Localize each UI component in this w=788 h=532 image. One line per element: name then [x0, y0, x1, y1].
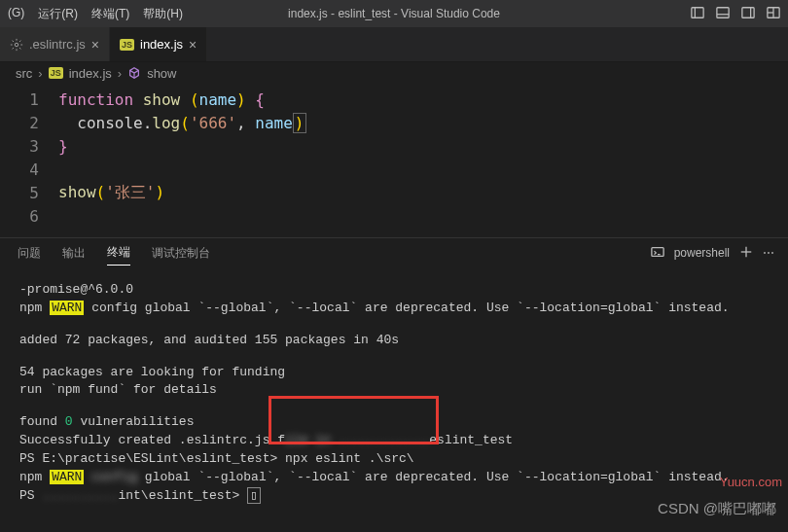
terminal[interactable]: -promise@^6.0.0 npm WARN config global `…: [0, 267, 788, 518]
js-icon: JS: [120, 39, 134, 51]
breadcrumb[interactable]: src › JS index.js › show: [0, 62, 788, 84]
breadcrumb-segment[interactable]: src: [16, 66, 32, 81]
menu-run[interactable]: 运行(R): [38, 6, 78, 22]
tab-eslintrc[interactable]: .eslintrc.js ×: [0, 27, 110, 61]
terminal-line: run `npm fund` for details: [19, 381, 769, 400]
window-title: index.js - eslint_test - Visual Studio C…: [288, 7, 500, 20]
terminal-line: found 0 vulnerabilities: [19, 413, 769, 432]
editor[interactable]: 1function show (name) { 2 console.log('6…: [0, 84, 788, 237]
breadcrumb-segment[interactable]: index.js: [69, 66, 112, 81]
line-number: 2: [0, 114, 58, 132]
tab-debug-console[interactable]: 调试控制台: [152, 241, 210, 266]
terminal-line: 54 packages are looking for funding: [19, 364, 769, 382]
svg-rect-2: [717, 7, 729, 18]
terminal-line: PS ..........int\eslint_test> ▯: [19, 487, 769, 506]
tab-terminal[interactable]: 终端: [107, 240, 130, 266]
menu-help[interactable]: 帮助(H): [143, 6, 183, 22]
method-icon: [127, 66, 141, 80]
menu-bar: (G) 运行(R) 终端(T) 帮助(H): [8, 6, 183, 22]
tab-label: index.js: [140, 37, 183, 52]
shell-label[interactable]: powershell: [674, 246, 730, 260]
tab-indexjs[interactable]: JS index.js ×: [110, 27, 207, 61]
layout-icon[interactable]: [767, 6, 780, 22]
tab-problems[interactable]: 问题: [18, 241, 41, 266]
line-number: 5: [0, 184, 58, 202]
chevron-right-icon: ›: [118, 66, 122, 81]
layout-panel-right-icon[interactable]: [741, 6, 755, 22]
terminal-line: added 72 packages, and audited 155 packa…: [19, 332, 769, 350]
config-icon: [10, 38, 23, 52]
menu-terminal[interactable]: 终端(T): [91, 6, 129, 22]
svg-rect-0: [692, 7, 703, 18]
line-number: 6: [0, 207, 58, 226]
terminal-launch-icon[interactable]: [651, 245, 664, 262]
layout-panel-bottom-icon[interactable]: [716, 6, 730, 22]
line-number: 1: [0, 90, 58, 109]
editor-tabs: .eslintrc.js × JS index.js ×: [0, 27, 788, 62]
chevron-right-icon: ›: [38, 66, 42, 81]
tab-output[interactable]: 输出: [62, 241, 86, 266]
layout-panel-left-icon[interactable]: [691, 6, 704, 22]
terminal-line: Successfully created .eslintrc.js file i…: [19, 432, 769, 450]
menu-goto[interactable]: (G): [8, 6, 24, 22]
titlebar: (G) 运行(R) 终端(T) 帮助(H) index.js - eslint_…: [0, 0, 788, 27]
js-icon: JS: [49, 67, 63, 79]
svg-rect-4: [742, 7, 754, 18]
terminal-line: PS E:\practise\ESLint\eslint_test> npx e…: [19, 450, 769, 469]
terminal-line: npm WARN config global `--global`, `--lo…: [19, 300, 769, 318]
terminal-line: npm WARN config global `--global`, `--lo…: [19, 469, 769, 487]
svg-point-9: [15, 43, 18, 47]
add-terminal-icon[interactable]: [739, 245, 753, 262]
line-number: 4: [0, 160, 58, 179]
terminal-line: -promise@^6.0.0: [19, 281, 769, 300]
panel-tabs: 问题 输出 终端 调试控制台 powershell ⋯: [0, 237, 788, 267]
more-icon[interactable]: ⋯: [763, 246, 774, 260]
line-number: 3: [0, 137, 58, 156]
close-icon[interactable]: ×: [189, 37, 197, 53]
tab-label: .eslintrc.js: [29, 37, 86, 52]
close-icon[interactable]: ×: [91, 37, 99, 53]
breadcrumb-segment[interactable]: show: [147, 66, 176, 81]
